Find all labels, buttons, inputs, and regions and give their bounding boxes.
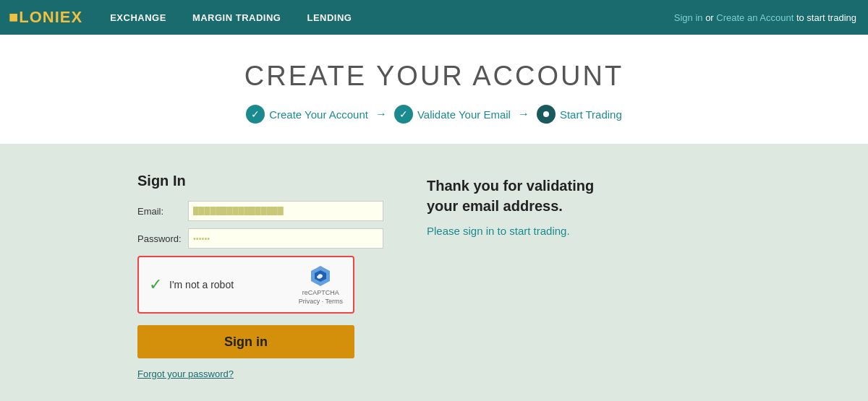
nav-exchange[interactable]: EXCHANGE	[97, 0, 179, 35]
header-auth-links: Sign in or Create an Account to start tr…	[674, 12, 868, 23]
header-or-text: or	[703, 12, 717, 23]
recaptcha-label: I'm not a robot	[169, 279, 234, 290]
main-header: ■LONIEX EXCHANGE MARGIN TRADING LENDING …	[0, 0, 868, 35]
recaptcha-links: Privacy · Terms	[299, 298, 343, 305]
header-suffix: to start trading	[793, 12, 856, 23]
logo: ■LONIEX	[9, 8, 82, 27]
step-start: Start Trading	[537, 105, 622, 124]
nav-margin-trading[interactable]: MARGIN TRADING	[179, 0, 294, 35]
signin-link[interactable]: Sign in	[674, 12, 703, 23]
step-create-icon: ✓	[246, 105, 265, 124]
recaptcha-privacy-link[interactable]: Privacy	[299, 298, 320, 305]
hero-section: CREATE YOUR ACCOUNT ✓ Create Your Accoun…	[0, 35, 868, 144]
step-validate-icon: ✓	[394, 105, 413, 124]
main-content: Sign In Email: Password: ✓ I'm not a rob…	[0, 144, 868, 401]
recaptcha-terms-link[interactable]: Terms	[326, 298, 344, 305]
svg-point-0	[543, 111, 549, 117]
step-start-icon	[537, 105, 556, 124]
progress-steps: ✓ Create Your Account → ✓ Validate Your …	[0, 105, 868, 124]
info-heading: Thank you for validatingyour email addre…	[427, 176, 731, 216]
email-label: Email:	[137, 206, 188, 217]
password-label: Password:	[137, 233, 188, 244]
create-account-link[interactable]: Create an Account	[716, 12, 793, 23]
arrow-2: →	[518, 108, 529, 121]
password-row: Password:	[137, 228, 383, 249]
step-start-label: Start Trading	[560, 108, 622, 121]
nav-lending[interactable]: LENDING	[294, 0, 365, 35]
recaptcha-box[interactable]: ✓ I'm not a robot reCAPTCHA Privacy · Te…	[137, 256, 354, 314]
signin-title: Sign In	[137, 173, 383, 189]
recaptcha-right: reCAPTCHA Privacy · Terms	[299, 264, 343, 305]
step-validate-label: Validate Your Email	[417, 108, 511, 121]
recaptcha-checkmark: ✓	[149, 275, 162, 294]
signin-button[interactable]: Sign in	[137, 325, 354, 358]
email-input[interactable]	[188, 201, 383, 221]
step-create-label: Create Your Account	[269, 108, 368, 121]
main-nav: EXCHANGE MARGIN TRADING LENDING	[97, 0, 365, 35]
password-input[interactable]	[188, 228, 383, 249]
arrow-1: →	[375, 108, 387, 121]
step-create: ✓ Create Your Account	[246, 105, 368, 124]
signin-panel: Sign In Email: Password: ✓ I'm not a rob…	[137, 173, 383, 380]
recaptcha-left: ✓ I'm not a robot	[149, 275, 234, 294]
logo-accent: ■	[9, 8, 19, 26]
recaptcha-logo-icon	[309, 264, 332, 288]
recaptcha-brand-text: reCAPTCHA	[302, 289, 339, 296]
email-row: Email:	[137, 201, 383, 221]
info-subtext: Please sign in to start trading.	[427, 225, 731, 237]
info-panel: Thank you for validatingyour email addre…	[427, 173, 731, 380]
step-validate: ✓ Validate Your Email	[394, 105, 511, 124]
page-title: CREATE YOUR ACCOUNT	[0, 61, 868, 92]
forgot-password-link[interactable]: Forgot your password?	[137, 368, 234, 379]
